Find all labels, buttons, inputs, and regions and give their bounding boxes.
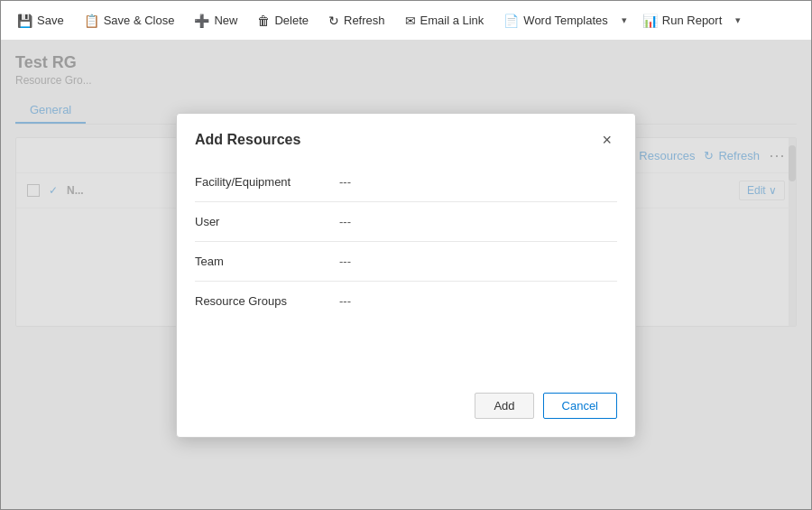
modal-overlay: Add Resources × Facility/Equipment --- U… (1, 41, 811, 509)
dialog-row-facility: Facility/Equipment --- (195, 162, 617, 202)
email-link-button[interactable]: ✉ Email a Link (396, 8, 494, 33)
dialog-close-button[interactable]: × (596, 130, 617, 150)
team-value: --- (339, 255, 351, 268)
dialog-footer: Add Cancel (177, 375, 635, 437)
dialog-row-team: Team --- (195, 242, 617, 282)
save-icon: 💾 (17, 14, 32, 28)
refresh-icon: ↻ (328, 14, 339, 28)
main-toolbar: 💾 Save 📋 Save & Close ➕ New 🗑 Delete ↻ R… (1, 1, 811, 41)
user-label: User (195, 215, 339, 228)
save-close-icon: 📋 (84, 14, 99, 28)
word-templates-group: 📄 Word Templates ▾ (494, 8, 631, 33)
cancel-button[interactable]: Cancel (543, 393, 617, 419)
add-resources-dialog: Add Resources × Facility/Equipment --- U… (176, 113, 636, 438)
delete-button[interactable]: 🗑 Delete (248, 8, 318, 33)
dialog-row-resource-groups: Resource Groups --- (195, 282, 617, 320)
word-templates-button[interactable]: 📄 Word Templates (494, 8, 616, 33)
word-templates-caret[interactable]: ▾ (617, 9, 632, 32)
dialog-row-user: User --- (195, 202, 617, 242)
dialog-body: Facility/Equipment --- User --- Team ---… (177, 162, 635, 320)
team-label: Team (195, 255, 339, 268)
add-button[interactable]: Add (475, 393, 533, 419)
facility-value: --- (339, 175, 351, 189)
delete-icon: 🗑 (257, 14, 270, 28)
new-button[interactable]: ➕ New (185, 8, 246, 33)
save-close-button[interactable]: 📋 Save & Close (75, 8, 184, 33)
app-window: 💾 Save 📋 Save & Close ➕ New 🗑 Delete ↻ R… (0, 0, 812, 510)
save-button[interactable]: 💾 Save (8, 8, 73, 33)
report-icon: 📊 (642, 14, 658, 28)
run-report-group: 📊 Run Report ▾ (633, 8, 745, 33)
refresh-button[interactable]: ↻ Refresh (319, 8, 394, 33)
run-report-button[interactable]: 📊 Run Report (633, 8, 731, 33)
resource-groups-value: --- (339, 294, 351, 308)
facility-label: Facility/Equipment (195, 175, 339, 189)
resource-groups-label: Resource Groups (195, 294, 339, 308)
new-icon: ➕ (194, 14, 209, 28)
word-icon: 📄 (503, 14, 519, 28)
page-content: Test RG Resource Gro... General Add Reso… (1, 41, 811, 509)
dialog-title: Add Resources (195, 132, 300, 148)
run-report-caret[interactable]: ▾ (731, 9, 745, 32)
email-icon: ✉ (405, 14, 416, 28)
dialog-header: Add Resources × (177, 114, 635, 162)
user-value: --- (339, 215, 351, 228)
